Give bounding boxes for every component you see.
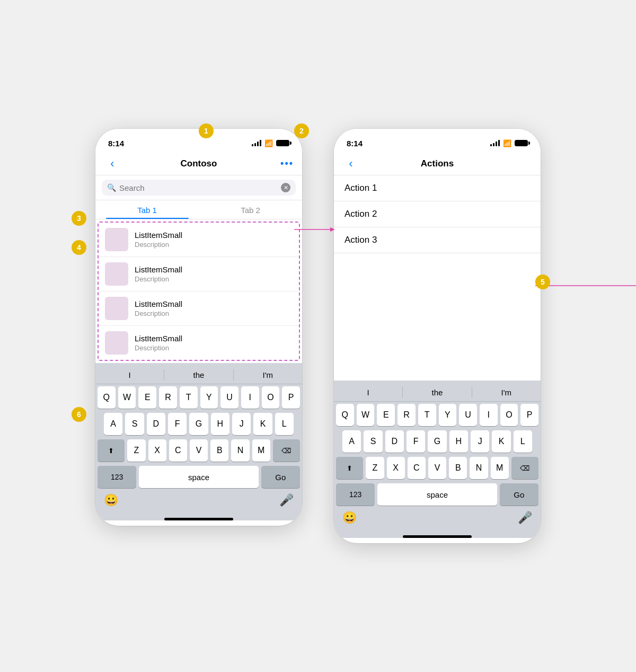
key-c[interactable]: C [169, 439, 187, 462]
tab-1[interactable]: Tab 1 [95, 200, 199, 219]
key-m-r[interactable]: M [491, 457, 509, 479]
suggestion-the-right[interactable]: the [403, 387, 472, 398]
key-w[interactable]: W [118, 386, 136, 409]
tab-2[interactable]: Tab 2 [199, 200, 302, 219]
key-s-r[interactable]: S [364, 430, 382, 453]
key-y-r[interactable]: Y [439, 404, 457, 426]
list-item-title-1: ListItemSmall [135, 231, 293, 240]
key-x[interactable]: X [148, 439, 166, 462]
emoji-icon-right[interactable]: 😀 [342, 511, 357, 525]
key-x-r[interactable]: X [387, 457, 405, 479]
key-123-r[interactable]: 123 [336, 483, 375, 506]
key-a-r[interactable]: A [342, 430, 361, 453]
list-item-title-4: ListItemSmall [135, 334, 293, 343]
action-item-2[interactable]: Action 2 [334, 201, 541, 227]
key-w-r[interactable]: W [357, 404, 375, 426]
key-t[interactable]: T [180, 386, 198, 409]
key-r[interactable]: R [159, 386, 177, 409]
key-j[interactable]: J [232, 413, 251, 435]
key-n-r[interactable]: N [470, 457, 488, 479]
nav-bar-right: ‹ Actions [334, 152, 541, 175]
action2-connector [535, 280, 636, 291]
mic-icon-left[interactable]: 🎤 [279, 493, 294, 507]
key-backspace-r[interactable]: ⌫ [511, 457, 538, 479]
key-o[interactable]: O [262, 386, 280, 409]
key-l[interactable]: L [275, 413, 294, 435]
key-k-r[interactable]: K [492, 430, 510, 453]
key-123[interactable]: 123 [98, 466, 136, 488]
battery-icon-right [515, 140, 528, 146]
mic-icon-right[interactable]: 🎤 [518, 511, 532, 525]
keyboard-row-2-right: A S D F G H J K L [334, 428, 541, 455]
key-c-r[interactable]: C [408, 457, 426, 479]
list-item-desc-4: Description [135, 344, 293, 352]
search-clear-button[interactable]: ✕ [281, 183, 290, 192]
suggestion-im-right[interactable]: I'm [472, 387, 541, 398]
list-item-2[interactable]: ListItemSmall Description [99, 257, 299, 291]
key-l-r[interactable]: L [514, 430, 532, 453]
suggestion-the-left[interactable]: the [164, 369, 233, 381]
key-a[interactable]: A [104, 413, 122, 435]
key-backspace[interactable]: ⌫ [273, 439, 300, 462]
key-q-r[interactable]: Q [336, 404, 354, 426]
key-q[interactable]: Q [98, 386, 116, 409]
list-item-3[interactable]: ListItemSmall Description [99, 291, 299, 326]
actions-list: Action 1 Action 2 Action 3 [334, 175, 541, 381]
suggestion-im-left[interactable]: I'm [234, 369, 302, 381]
key-go[interactable]: Go [261, 466, 300, 488]
key-p[interactable]: P [282, 386, 300, 409]
key-m[interactable]: M [252, 439, 270, 462]
actions-empty-space [334, 253, 541, 381]
action-item-1[interactable]: Action 1 [334, 175, 541, 201]
key-j-r[interactable]: J [471, 430, 489, 453]
key-d[interactable]: D [147, 413, 165, 435]
back-button-left[interactable]: ‹ [104, 157, 121, 171]
key-i[interactable]: I [241, 386, 259, 409]
key-k[interactable]: K [253, 413, 272, 435]
key-e-r[interactable]: E [377, 404, 395, 426]
more-button[interactable]: ••• [277, 158, 294, 169]
key-f-r[interactable]: F [407, 430, 425, 453]
key-go-r[interactable]: Go [500, 483, 538, 506]
status-time-left: 8:14 [108, 139, 124, 148]
suggestion-i-left[interactable]: I [95, 369, 164, 381]
key-v[interactable]: V [190, 439, 208, 462]
key-v-r[interactable]: V [428, 457, 446, 479]
action-item-3[interactable]: Action 3 [334, 227, 541, 253]
key-r-r[interactable]: R [398, 404, 416, 426]
badge-5: 5 [535, 275, 550, 289]
key-z-r[interactable]: Z [366, 457, 384, 479]
key-i-r[interactable]: I [480, 404, 498, 426]
badge-3: 3 [72, 211, 86, 226]
key-s[interactable]: S [125, 413, 144, 435]
key-h-r[interactable]: H [449, 430, 468, 453]
key-h[interactable]: H [211, 413, 229, 435]
key-y[interactable]: Y [200, 386, 218, 409]
key-u-r[interactable]: U [459, 404, 477, 426]
key-b-r[interactable]: B [449, 457, 467, 479]
list-item-1[interactable]: ListItemSmall Description [99, 223, 299, 257]
key-g-r[interactable]: G [428, 430, 446, 453]
list-text-2: ListItemSmall Description [135, 265, 293, 283]
key-space[interactable]: space [139, 466, 258, 488]
key-o-r[interactable]: O [500, 404, 518, 426]
key-shift-r[interactable]: ⬆ [336, 457, 363, 479]
key-z[interactable]: Z [127, 439, 145, 462]
back-button-right[interactable]: ‹ [342, 157, 359, 171]
search-input[interactable] [119, 183, 278, 192]
key-d-r[interactable]: D [385, 430, 404, 453]
key-u[interactable]: U [220, 386, 238, 409]
list-item-4[interactable]: ListItemSmall Description [99, 326, 299, 360]
key-b[interactable]: B [210, 439, 228, 462]
list-text-1: ListItemSmall Description [135, 231, 293, 249]
suggestion-i-right[interactable]: I [334, 387, 403, 398]
key-shift[interactable]: ⬆ [98, 439, 125, 462]
emoji-icon-left[interactable]: 😀 [104, 493, 118, 507]
key-g[interactable]: G [189, 413, 208, 435]
key-e[interactable]: E [138, 386, 156, 409]
key-t-r[interactable]: T [418, 404, 436, 426]
key-space-r[interactable]: space [377, 483, 497, 506]
key-p-r[interactable]: P [520, 404, 538, 426]
key-f[interactable]: F [168, 413, 187, 435]
key-n[interactable]: N [231, 439, 249, 462]
